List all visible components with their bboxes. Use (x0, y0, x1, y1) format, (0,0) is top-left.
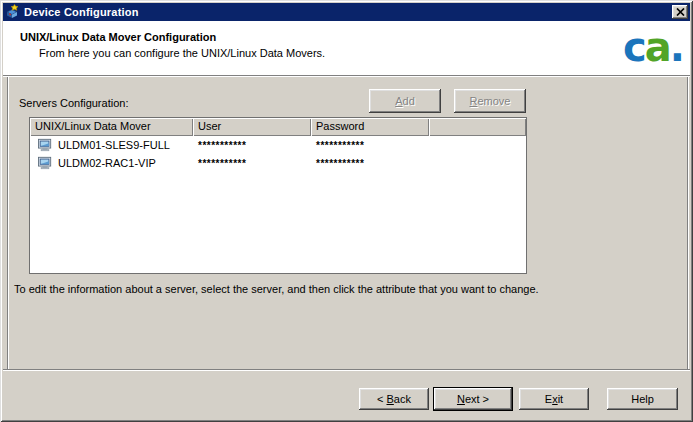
add-button-mnemonic: A (395, 95, 402, 107)
back-button-pre: < (377, 393, 386, 405)
back-button-label: ack (394, 393, 411, 405)
ca-logo-dot: . (670, 24, 683, 70)
listview-header: UNIX/Linux Data Mover User Password (30, 118, 526, 136)
window-title: Device Configuration (24, 6, 139, 18)
ca-logo-c: c (623, 24, 645, 70)
server-name-cell[interactable]: ULDM02-RAC1-VIP (30, 156, 193, 170)
content-frame-right (687, 77, 689, 369)
add-button-label: dd (403, 95, 415, 107)
page-title: UNIX/Linux Data Mover Configuration (20, 31, 216, 43)
ca-logo-a: a (645, 24, 670, 70)
next-button[interactable]: Next > (433, 387, 513, 411)
column-header-empty[interactable] (429, 118, 526, 136)
back-button-mnemonic: B (387, 393, 394, 405)
window-icon (5, 4, 21, 20)
server-name: ULDM02-RAC1-VIP (58, 157, 156, 169)
password-cell[interactable]: *********** (311, 140, 429, 151)
column-header-user[interactable]: User (193, 118, 311, 136)
remove-button[interactable]: Remove (454, 89, 526, 113)
content-frame-left (7, 77, 9, 369)
add-button[interactable]: Add (369, 89, 441, 113)
table-row[interactable]: ULDM02-RAC1-VIP *********** *********** (30, 154, 526, 172)
column-header-password[interactable]: Password (311, 118, 429, 136)
table-row[interactable]: ULDM01-SLES9-FULL *********** **********… (30, 136, 526, 154)
data-mover-listview: UNIX/Linux Data Mover User Password ULDM… (29, 117, 527, 274)
user-cell[interactable]: *********** (193, 158, 311, 169)
close-button[interactable] (672, 5, 688, 19)
exit-button[interactable]: Exit (519, 388, 589, 410)
password-cell[interactable]: *********** (311, 158, 429, 169)
next-button-mnemonic: N (457, 393, 465, 405)
edit-hint-text: To edit the information about a server, … (14, 283, 539, 295)
user-cell[interactable]: *********** (193, 140, 311, 151)
servers-configuration-label: Servers Configuration: (19, 97, 128, 109)
column-header-data-mover[interactable]: UNIX/Linux Data Mover (30, 118, 193, 136)
exit-button-label: it (558, 393, 564, 405)
footer-separator (3, 369, 690, 371)
computer-icon (38, 156, 52, 170)
server-name: ULDM01-SLES9-FULL (58, 139, 170, 151)
help-button[interactable]: Help (607, 388, 678, 410)
remove-button-label: emove (477, 95, 510, 107)
page-subtitle: From here you can configure the UNIX/Lin… (39, 47, 325, 59)
device-configuration-dialog: Device Configuration UNIX/Linux Data Mov… (0, 0, 693, 422)
title-bar[interactable]: Device Configuration (3, 3, 690, 21)
back-button[interactable]: < Back (359, 388, 429, 410)
close-icon (676, 8, 685, 16)
computer-icon (38, 138, 52, 152)
next-button-label: ext > (465, 393, 489, 405)
server-name-cell[interactable]: ULDM01-SLES9-FULL (30, 138, 193, 152)
ca-logo: ca. (623, 25, 683, 69)
wizard-header: UNIX/Linux Data Mover Configuration From… (3, 21, 690, 75)
help-button-label: Help (631, 393, 654, 405)
